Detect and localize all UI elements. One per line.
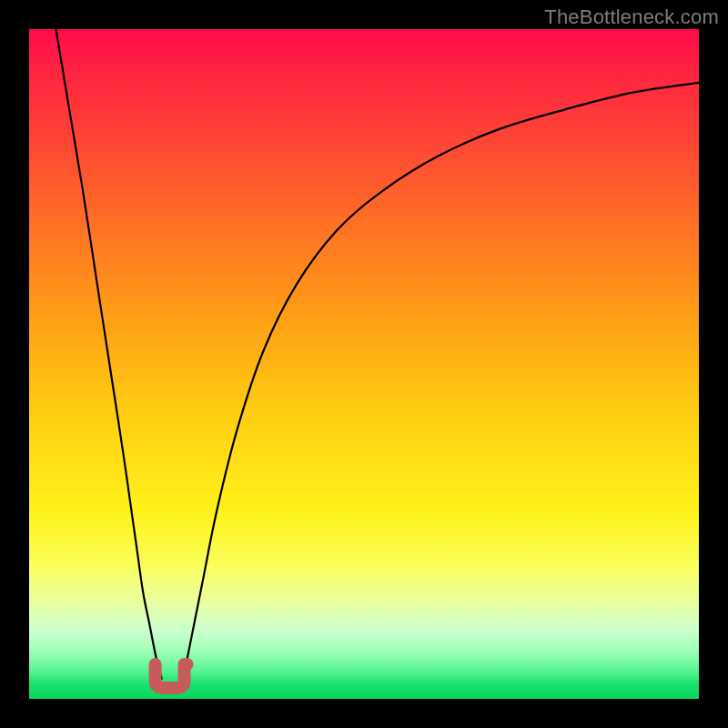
curve-layer xyxy=(29,29,699,699)
min-marker-u xyxy=(156,664,185,688)
chart-frame: TheBottleneck.com xyxy=(0,0,728,728)
plot-area xyxy=(29,29,699,699)
curve-right-branch xyxy=(183,83,699,679)
curve-left-branch xyxy=(56,29,161,679)
min-marker-dot xyxy=(181,658,194,671)
watermark-text: TheBottleneck.com xyxy=(544,5,719,29)
